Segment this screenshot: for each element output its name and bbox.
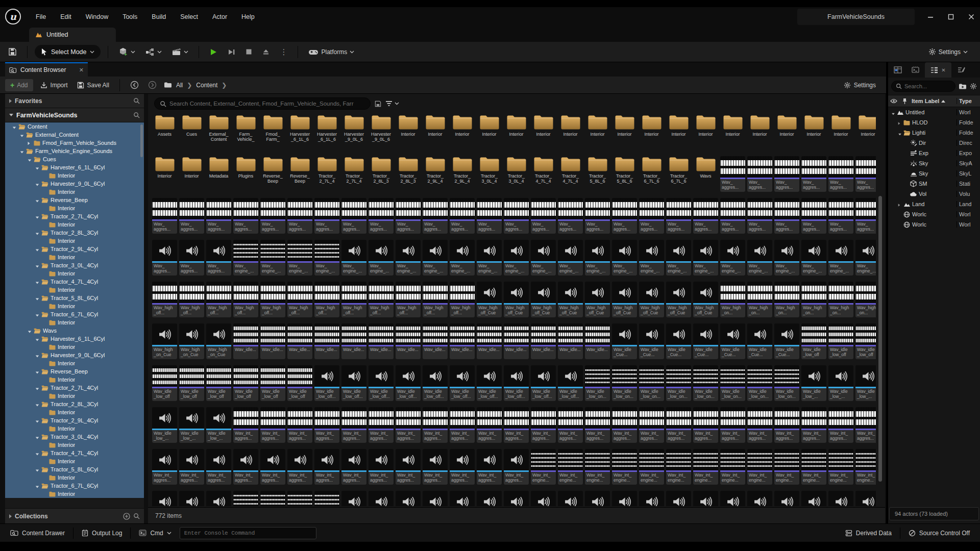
soundcue-tile-wav_int_engine...[interactable]: Wav_int_engine... [828,491,853,506]
folder-tile-tractor_6_7l_6[interactable]: Tractor_6_7L_6 [639,156,664,192]
soundcue-tile-wav_int_engine...[interactable]: Wav_int_engine... [206,491,231,506]
soundcue-tile-wav_int_engine...[interactable]: Wav_int_engine... [747,491,772,506]
tree-row-interior[interactable]: Interior [5,286,144,294]
folder-tile-tractor_2_7l_4[interactable]: Tractor_2_7L_4 [314,156,339,192]
soundwave-tile-wav_aggres...[interactable]: Wav_aggres... [531,198,556,234]
outliner-row-exp[interactable]: ExpExpo [888,148,980,158]
details-panel-icon[interactable] [953,63,969,77]
folder-tile-interior[interactable]: Interior [396,114,421,142]
soundcue-tile-wav_engine_...[interactable]: Wav_engine_... [666,240,691,276]
expander-icon[interactable] [35,402,40,407]
soundwave-tile-wav_engine_...[interactable]: Wav_engine_... [260,240,285,276]
soundcue-tile-wav_idle_cue...[interactable]: Wav_idle_Cue... [720,323,745,359]
soundwave-tile-wav_idle_low_on...[interactable]: Wav_idle_low_on... [585,365,610,401]
soundcue-tile-wav_high_off_cue[interactable]: Wav_high_off_Cue [585,282,610,317]
folder-tile-fmod_farm_[interactable]: Fmod_Farm_ [260,114,285,142]
outliner-row-worlc[interactable]: WorlcWorl [888,219,980,230]
expander-icon[interactable] [12,124,17,129]
soundwave-tile-wav_int_aggres...[interactable]: Wav_int_aggres... [666,407,691,443]
grid-scrollbar[interactable] [878,196,882,482]
source-control-button[interactable]: Source Control Off [905,528,973,539]
soundwave-tile-wav_int_engine...[interactable]: Wav_int_engine... [558,449,583,485]
soundcue-tile-wav_int_engine...[interactable]: Wav_int_engine... [855,491,876,506]
tree-row-harvester_6_1l_6cyl[interactable]: Harvester_6_1L_6Cyl [5,163,144,171]
play-options-kebab[interactable]: ⋮ [277,45,290,59]
soundcue-tile-wav_int_engine...[interactable]: Wav_int_engine... [341,491,366,506]
soundcue-tile-wav_engine_...[interactable]: Wav_engine_... [720,240,745,276]
folder-tile-tractor_2_8l_3[interactable]: Tractor_2_8L_3 [396,156,421,192]
soundcue-tile-wav_engine_...[interactable]: Wav_engine_... [585,240,610,276]
tree-row-cues[interactable]: Cues [5,155,144,163]
tab-untitled-level[interactable]: Untitled [29,28,116,42]
search-paths-icon[interactable] [133,112,140,118]
soundwave-tile-wav_high_off...[interactable]: Wav_high_off... [260,282,285,317]
soundwave-tile-wav_int_aggres...[interactable]: Wav_int_aggres... [558,407,583,443]
soundcue-tile-wav_int_engine...[interactable]: Wav_int_engine... [639,491,664,506]
soundwave-tile-wav_idle_low_on...[interactable]: Wav_idle_low_on... [666,365,691,401]
soundwave-tile-wav_aggres...[interactable]: Wav_aggres... [477,198,502,234]
soundwave-tile-wav_idle...[interactable]: Wav_idle... [423,323,448,359]
save-all-button[interactable]: Save All [75,80,111,90]
folder-tile-interior[interactable]: Interior [666,114,691,142]
soundwave-tile-wav_high_on...[interactable]: Wav_high_on... [855,282,876,317]
folder-tile-interior[interactable]: Interior [828,114,853,142]
soundcue-tile-wav_engine_...[interactable]: Wav_engine_... [423,240,448,276]
folder-tile-tractor_2_7l_4[interactable]: Tractor_2_7L_4 [341,156,366,192]
folder-tile-interior[interactable]: Interior [531,114,556,142]
folder-tile-metadata[interactable]: Metadata [206,156,231,192]
soundwave-tile-wav_int_engine...[interactable]: Wav_int_engine... [585,449,610,485]
breadcrumb-current[interactable]: Content [196,82,217,89]
folder-tile-farm_vehicle_[interactable]: Farm_Vehicle_ [233,114,258,142]
soundwave-tile-wav_int_engine...[interactable]: Wav_int_engine... [260,491,285,506]
soundcue-tile-wav_idle_low_off...[interactable]: Wav_idle_low_off... [314,365,339,401]
breadcrumb-root[interactable]: All [176,82,183,89]
soundcue-tile-wav_engine_...[interactable]: Wav_engine_... [531,240,556,276]
soundwave-tile-wav_high_off...[interactable]: Wav_high_off... [341,282,366,317]
folder-tile-harvester_6_1l_6[interactable]: Harvester_6_1L_6 [314,114,339,142]
soundcue-tile-wav_idle_low_...[interactable]: Wav_idle_low_... [179,407,204,443]
expander-icon[interactable] [898,131,902,135]
tree-row-external_content[interactable]: External_Content [5,131,144,139]
soundwave-tile-wav_int_aggres...[interactable]: Wav_int_aggres... [720,407,745,443]
soundcue-tile-wav_int_engine...[interactable]: Wav_int_engine... [774,491,799,506]
soundwave-tile-wav_aggres...[interactable]: Wav_aggres... [693,198,718,234]
soundwave-tile-wav_int_aggres...[interactable]: Wav_int_aggres... [396,407,421,443]
soundcue-tile-wav_int_aggres...[interactable]: Wav_int_aggres... [450,449,475,485]
console-command-input[interactable] [180,527,316,539]
soundwave-tile-wav_high_on...[interactable]: Wav_high_on... [828,282,853,317]
folder-tile-interior[interactable]: Interior [747,114,772,142]
import-button[interactable]: Import [38,80,70,90]
tree-row-tractor_6_7l_6cyl[interactable]: Tractor_6_7L_6Cyl [5,482,144,490]
output-log-button[interactable]: Output Log [79,528,125,539]
visibility-column-icon[interactable] [888,98,899,104]
soundcue-tile-wav_engine_...[interactable]: Wav_engine_... [693,240,718,276]
soundcue-tile-wav_int_aggres...[interactable]: Wav_int_aggres... [504,449,529,485]
soundwave-tile-wav_int_aggres...[interactable]: Wav_int_aggres... [774,407,799,443]
soundcue-tile-wav_engine_...[interactable]: Wav_engine_... [612,240,637,276]
content-search-box[interactable] [154,97,371,110]
outliner-row-hlod[interactable]: HLODFolde [888,117,980,128]
soundwave-tile-wav_idle...[interactable]: Wav_idle... [314,323,339,359]
soundwave-tile-wav_idle_low_on...[interactable]: Wav_idle_low_on... [747,365,772,401]
folder-tile-tractor_3_0l_4[interactable]: Tractor_3_0L_4 [504,156,529,192]
stop-button[interactable] [242,46,255,57]
soundwave-tile-wav_idle...[interactable]: Wav_idle... [396,323,421,359]
soundcue-tile-wav_idle_low_...[interactable]: Wav_idle_low_... [801,365,826,401]
soundcue-tile-wav_idle_low_off...[interactable]: Wav_idle_low_off... [531,365,556,401]
folder-tile-tractor_2_8l_3[interactable]: Tractor_2_8L_3 [369,156,394,192]
soundcue-tile-wav_engine_...[interactable]: Wav_engine_... [639,240,664,276]
folder-tile-tractor_4_7l_4[interactable]: Tractor_4_7L_4 [531,156,556,192]
soundwave-tile-wav_aggres...[interactable]: Wav_aggres... [233,198,258,234]
menu-item-file[interactable]: File [29,7,53,27]
soundwave-tile-wav_aggres...[interactable]: Wav_aggres... [855,198,876,234]
expander-icon[interactable] [35,312,40,317]
tree-row-interior[interactable]: Interior [5,302,144,310]
soundwave-tile-wav_aggres...[interactable]: Wav_aggres... [558,198,583,234]
soundcue-tile-wav_int_engine...[interactable]: Wav_int_engine... [531,491,556,506]
soundwave-tile-wav_int_engine...[interactable]: Wav_int_engine... [314,491,339,506]
expander-icon[interactable] [35,263,40,268]
content-browser-tab[interactable]: Content Browser ✕ [5,62,88,77]
soundwave-tile-wav_int_engine...[interactable]: Wav_int_engine... [855,449,876,485]
soundwave-tile-wav_aggres...[interactable]: Wav_aggres... [260,198,285,234]
close-button[interactable] [968,13,975,20]
